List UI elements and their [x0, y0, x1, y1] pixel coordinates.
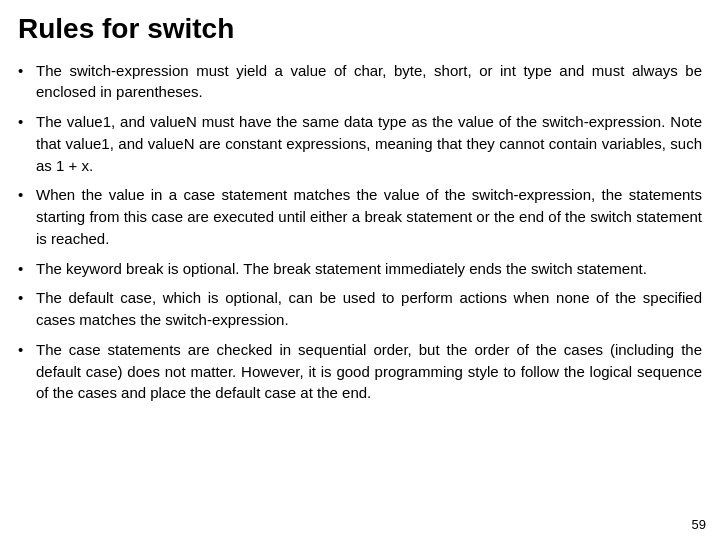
list-item: The case statements are checked in seque… [18, 339, 702, 404]
page-container: Rules for switch The switch-expression m… [0, 0, 720, 540]
list-item: The keyword break is optional. The break… [18, 258, 702, 280]
page-title: Rules for switch [18, 12, 702, 46]
list-item: When the value in a case statement match… [18, 184, 702, 249]
list-item: The value1, and valueN must have the sam… [18, 111, 702, 176]
list-item: The default case, which is optional, can… [18, 287, 702, 331]
page-number: 59 [692, 517, 706, 532]
list-item: The switch-expression must yield a value… [18, 60, 702, 104]
rules-list: The switch-expression must yield a value… [18, 60, 702, 405]
